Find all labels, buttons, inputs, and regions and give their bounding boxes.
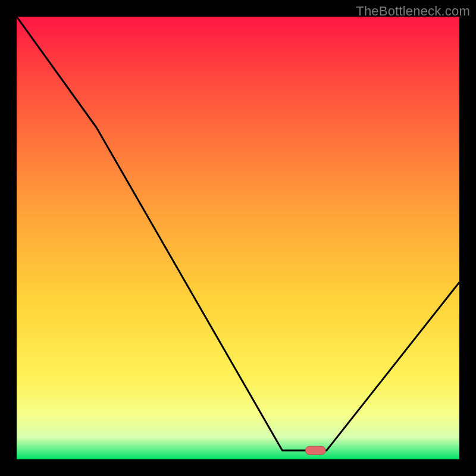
chart-frame: TheBottleneck.com: [0, 0, 476, 476]
chart-svg: [17, 17, 459, 459]
bottleneck-chart: [17, 17, 459, 459]
chart-background: [17, 17, 459, 459]
optimal-marker: [305, 446, 325, 455]
